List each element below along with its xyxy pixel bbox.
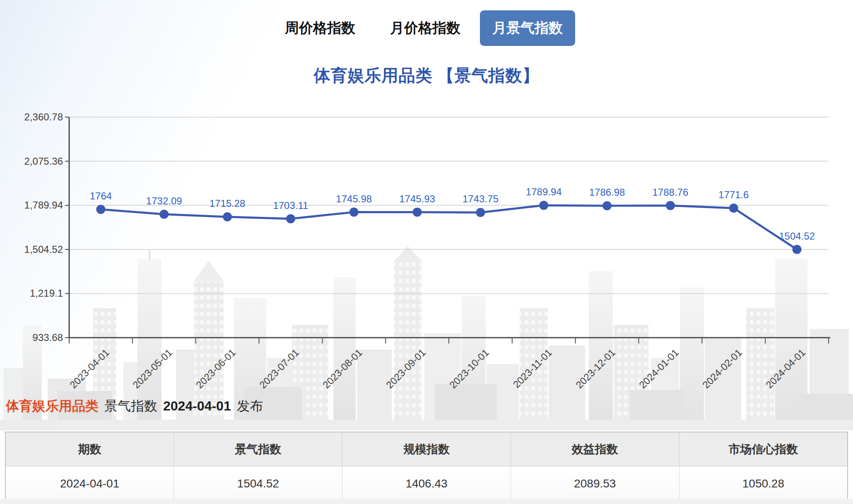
cell-scale-index: 1406.43 — [342, 466, 511, 502]
table-header-scale-index: 规模指数 — [342, 432, 511, 466]
y-axis-tick-label: 933.68 — [0, 332, 63, 343]
data-point[interactable] — [793, 245, 802, 254]
table-row: 2024-04-01 1504.52 1406.43 2089.53 1050.… — [5, 466, 848, 502]
data-point-label: 1715.28 — [210, 198, 246, 209]
data-point-label: 1504.52 — [779, 230, 815, 242]
bottom-strip — [0, 499, 853, 504]
data-point[interactable] — [223, 212, 232, 221]
data-point[interactable] — [159, 210, 169, 219]
table-header-period: 期数 — [5, 432, 174, 466]
data-point-label: 1732.09 — [146, 195, 182, 207]
table-header-benefit-index: 效益指数 — [511, 432, 679, 466]
data-point[interactable] — [666, 201, 675, 210]
chart-title: 体育娱乐用品类 【景气指数】 — [0, 64, 853, 87]
data-point[interactable] — [602, 201, 612, 210]
caption-index-type: 景气指数 — [104, 398, 157, 413]
page: 周价格指数 月价格指数 月景气指数 体育娱乐用品类 【景气指数】 2,360.7… — [0, 0, 853, 504]
data-point-label: 1743.75 — [463, 193, 499, 205]
data-point[interactable] — [349, 208, 359, 217]
y-axis-tick-label: 2,360.78 — [0, 111, 63, 123]
caption-publish-label: 发布 — [237, 398, 263, 413]
data-point[interactable] — [476, 208, 485, 217]
caption-date: 2024-04-01 — [163, 398, 231, 413]
series-line — [101, 205, 797, 250]
cell-confidence-index: 1050.28 — [679, 466, 848, 502]
y-axis-tick-label: 1,219.1 — [0, 288, 63, 299]
tab-monthly-boom-index[interactable]: 月景气指数 — [480, 10, 575, 46]
data-point-label: 1786.98 — [589, 187, 625, 198]
data-point-label: 1703.11 — [273, 200, 308, 211]
data-point-label: 1745.93 — [399, 193, 435, 205]
cell-benefit-index: 2089.53 — [511, 466, 679, 502]
data-point-label: 1745.98 — [336, 193, 372, 205]
y-axis-tick-label: 1,789.94 — [0, 199, 63, 211]
tab-monthly-price-index[interactable]: 月价格指数 — [390, 10, 460, 46]
data-point-label: 1771.6 — [718, 189, 749, 201]
table-header-row: 期数 景气指数 规模指数 效益指数 市场信心指数 — [5, 432, 848, 466]
y-axis-tick-label: 2,075.36 — [0, 156, 63, 167]
category-name: 体育娱乐用品类 — [6, 398, 99, 413]
data-point-label: 1789.94 — [526, 186, 562, 198]
tab-weekly-price-index[interactable]: 周价格指数 — [285, 10, 355, 46]
data-point[interactable] — [96, 205, 105, 214]
release-caption: 体育娱乐用品类景气指数2024-04-01发布 — [6, 397, 263, 415]
data-point[interactable] — [539, 201, 548, 210]
y-axis-tick-label: 1,504.52 — [0, 244, 63, 255]
data-point-label: 1764 — [90, 190, 112, 202]
data-point-label: 1788.76 — [653, 187, 689, 198]
table-header-confidence-index: 市场信心指数 — [679, 432, 848, 466]
table-header-boom-index: 景气指数 — [174, 432, 342, 466]
cell-period: 2024-04-01 — [5, 466, 174, 502]
index-table: 期数 景气指数 规模指数 效益指数 市场信心指数 2024-04-01 1504… — [5, 432, 848, 502]
data-point[interactable] — [413, 208, 422, 217]
cell-boom-index: 1504.52 — [174, 466, 342, 502]
data-point[interactable] — [286, 214, 295, 223]
data-point[interactable] — [729, 204, 738, 213]
